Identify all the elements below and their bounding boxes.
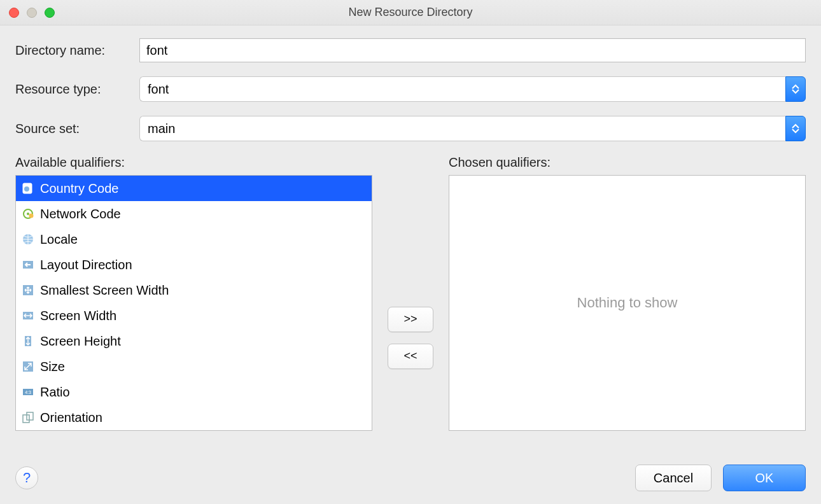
resource-type-stepper[interactable] [785,76,806,102]
source-set-stepper[interactable] [785,116,806,141]
qualifier-label: Smallest Screen Width [40,283,169,298]
chosen-empty-text: Nothing to show [577,295,678,311]
available-qualifier-item[interactable]: Layout Direction [16,252,372,277]
add-qualifier-button[interactable]: >> [388,307,433,332]
available-qualifiers-list[interactable]: Country CodeNetwork CodeLocaleLayout Dir… [15,175,372,431]
help-button[interactable]: ? [15,466,38,489]
qualifier-label: Screen Width [40,309,116,323]
screen-width-icon [21,309,35,323]
minimize-window-button[interactable] [27,8,37,18]
qualifier-label: Locale [40,232,78,247]
close-window-button[interactable] [9,8,19,18]
qualifier-label: Orientation [40,410,102,425]
resource-type-value: font [139,76,785,102]
available-qualifier-item[interactable]: Orientation [16,405,372,430]
svg-rect-14 [27,412,33,420]
qualifier-move-buttons: >> << [388,155,433,431]
network-code-icon [21,207,35,221]
svg-point-4 [29,214,34,218]
dialog-content: Directory name: Resource type: font Sour… [0,25,821,431]
available-qualifier-item[interactable]: Network Code [16,201,372,227]
resource-type-select[interactable]: font [139,76,806,102]
cancel-button[interactable]: Cancel [635,465,712,491]
country-code-icon [21,181,35,195]
smallest-width-icon [21,283,35,297]
qualifier-label: Network Code [40,207,121,221]
svg-text:4:3: 4:3 [25,390,31,395]
available-qualifiers-label: Available qualifiers: [15,155,372,170]
available-qualifier-item[interactable]: 4:3Ratio [16,379,372,405]
remove-qualifier-button[interactable]: << [388,344,433,369]
source-set-label: Source set: [15,122,139,136]
source-set-row: Source set: main [15,116,806,141]
svg-point-3 [27,213,29,215]
available-qualifiers-column: Available qualifiers: Country CodeNetwor… [15,155,372,431]
chevron-up-icon [792,84,799,89]
chosen-qualifiers-list[interactable]: Nothing to show [449,175,806,431]
titlebar: New Resource Directory [0,0,821,25]
svg-point-1 [24,186,29,192]
resource-type-label: Resource type: [15,82,139,97]
available-qualifier-item[interactable]: Country Code [16,176,372,201]
qualifier-label: Screen Height [40,334,121,349]
chevron-up-icon [792,123,799,129]
screen-height-icon [21,334,35,348]
directory-name-row: Directory name: [15,38,806,62]
layout-direction-icon [21,258,35,272]
chosen-qualifiers-column: Chosen qualifiers: Nothing to show [449,155,806,431]
ok-button[interactable]: OK [723,465,806,491]
chosen-qualifiers-label: Chosen qualifiers: [449,155,806,170]
directory-name-label: Directory name: [15,43,139,58]
qualifier-label: Size [40,360,65,374]
available-qualifier-item[interactable]: Smallest Screen Width [16,277,372,303]
zoom-window-button[interactable] [45,8,55,18]
source-set-select[interactable]: main [139,116,806,141]
chevron-down-icon [792,89,799,94]
locale-icon [21,232,35,246]
qualifiers-area: Available qualifiers: Country CodeNetwor… [15,155,806,431]
available-qualifier-item[interactable]: Screen Height [16,328,372,354]
qualifier-label: Country Code [40,181,118,196]
available-qualifier-item[interactable]: Screen Width [16,303,372,328]
orientation-icon [21,410,35,424]
ratio-icon: 4:3 [21,385,35,399]
directory-name-input[interactable] [139,38,806,62]
qualifier-label: Layout Direction [40,258,132,272]
window-title: New Resource Directory [348,6,472,19]
window-controls [9,8,55,18]
qualifier-label: Ratio [40,385,70,400]
source-set-value: main [139,116,785,141]
svg-rect-13 [23,415,29,423]
size-icon [21,360,35,374]
available-qualifier-item[interactable]: Size [16,354,372,379]
resource-type-row: Resource type: font [15,76,806,102]
available-qualifier-item[interactable]: Locale [16,227,372,252]
chevron-down-icon [792,129,799,134]
dialog-footer: ? Cancel OK [15,465,806,491]
